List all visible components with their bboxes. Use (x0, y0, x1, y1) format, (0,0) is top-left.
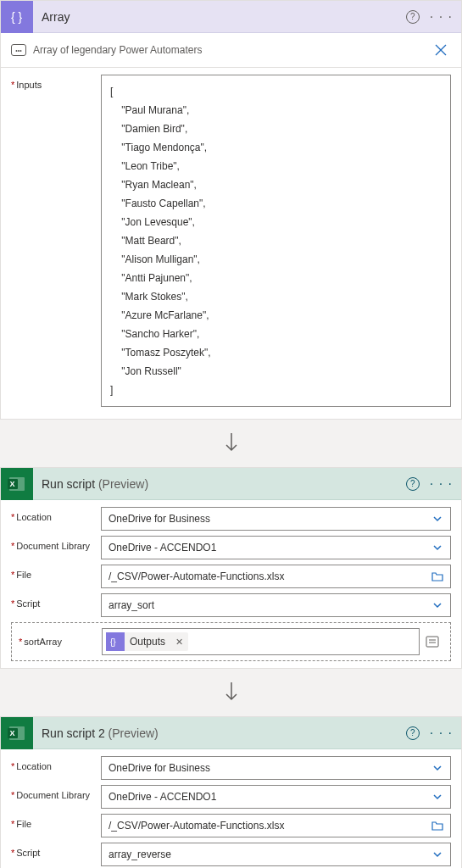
script-dropdown[interactable]: array_reverse (101, 843, 451, 866)
comment-icon (11, 44, 26, 56)
more-menu-icon[interactable]: · · · (430, 726, 453, 741)
script-dropdown[interactable]: array_sort (101, 593, 451, 617)
script-row: *Script array_sort (11, 593, 451, 617)
location-row: *Location OneDrive for Business (11, 507, 451, 531)
file-label: *File (11, 814, 101, 829)
dynamic-content-picker-icon[interactable] (420, 634, 445, 649)
doclib-row: *Document Library OneDrive - ACCENDO1 (11, 785, 451, 809)
run-script-header-1[interactable]: X Run script (Preview) ? · · · (1, 468, 461, 500)
location-dropdown[interactable]: OneDrive for Business (101, 507, 451, 531)
doclib-label: *Document Library (11, 536, 101, 551)
svg-rect-5 (426, 637, 438, 647)
run-script-title-1: Run script (Preview) (33, 477, 406, 491)
sortarray-label: *sortArray (17, 637, 102, 647)
location-row: *Location OneDrive for Business (11, 756, 451, 780)
flow-arrow (0, 669, 462, 716)
run-script-card-1: X Run script (Preview) ? · · · *Location… (0, 467, 462, 669)
sortarray-row: *sortArray {} Outputs ✕ (11, 622, 451, 661)
run-script-card-2: X Run script 2 (Preview) ? · · · *Locati… (0, 716, 462, 868)
svg-text:{ }: { } (11, 10, 23, 24)
help-icon[interactable]: ? (406, 477, 420, 491)
script-label: *Script (11, 593, 101, 609)
doclib-dropdown[interactable]: OneDrive - ACCENDO1 (101, 536, 451, 559)
comment-text: Array of legendary Power Automaters (33, 44, 431, 56)
excel-icon: X (1, 717, 33, 749)
sortarray-input[interactable]: {} Outputs ✕ (102, 628, 420, 655)
svg-text:{}: {} (110, 637, 116, 647)
chevron-down-icon (431, 762, 443, 774)
run-script-header-2[interactable]: X Run script 2 (Preview) ? · · · (1, 717, 461, 749)
location-label: *Location (11, 756, 101, 771)
compose-token-icon: {} (106, 632, 125, 651)
help-icon[interactable]: ? (406, 10, 420, 24)
outputs-token[interactable]: {} Outputs ✕ (106, 632, 188, 651)
inputs-label: *Inputs (11, 75, 101, 90)
svg-text:X: X (10, 480, 15, 488)
compose-icon: { } (1, 1, 33, 33)
help-icon[interactable]: ? (406, 726, 420, 740)
more-menu-icon[interactable]: · · · (430, 9, 453, 25)
doclib-row: *Document Library OneDrive - ACCENDO1 (11, 536, 451, 559)
inputs-row: *Inputs [ "Paul Murana", "Damien Bird", … (11, 75, 451, 407)
file-input[interactable]: /_CSV/Power-Automate-Functions.xlsx (101, 814, 451, 837)
close-icon[interactable] (431, 40, 451, 60)
doclib-label: *Document Library (11, 785, 101, 800)
token-remove-icon[interactable]: ✕ (170, 637, 188, 648)
chevron-down-icon (431, 791, 443, 803)
folder-icon[interactable] (431, 820, 443, 832)
script-label: *Script (11, 843, 101, 858)
chevron-down-icon (431, 849, 443, 860)
location-label: *Location (11, 507, 101, 522)
flow-arrow (0, 420, 462, 467)
script-row: *Script array_reverse (11, 843, 451, 866)
file-row: *File /_CSV/Power-Automate-Functions.xls… (11, 814, 451, 837)
doclib-dropdown[interactable]: OneDrive - ACCENDO1 (101, 785, 451, 809)
run-script-title-2: Run script 2 (Preview) (33, 726, 406, 740)
chevron-down-icon (431, 599, 443, 611)
inputs-textarea[interactable]: [ "Paul Murana", "Damien Bird", "Tiago M… (101, 75, 451, 407)
compose-title: Array (33, 10, 406, 24)
file-label: *File (11, 565, 101, 580)
chevron-down-icon (431, 542, 443, 554)
folder-icon[interactable] (431, 570, 443, 582)
chevron-down-icon (431, 513, 443, 525)
location-dropdown[interactable]: OneDrive for Business (101, 756, 451, 780)
file-row: *File /_CSV/Power-Automate-Functions.xls… (11, 565, 451, 588)
svg-text:X: X (10, 729, 15, 737)
compose-action-card: { } Array ? · · · Array of legendary Pow… (0, 0, 462, 420)
excel-icon: X (1, 468, 33, 500)
more-menu-icon[interactable]: · · · (430, 476, 453, 492)
compose-header[interactable]: { } Array ? · · · (1, 1, 461, 33)
comment-row: Array of legendary Power Automaters (1, 33, 461, 68)
file-input[interactable]: /_CSV/Power-Automate-Functions.xlsx (101, 565, 451, 588)
